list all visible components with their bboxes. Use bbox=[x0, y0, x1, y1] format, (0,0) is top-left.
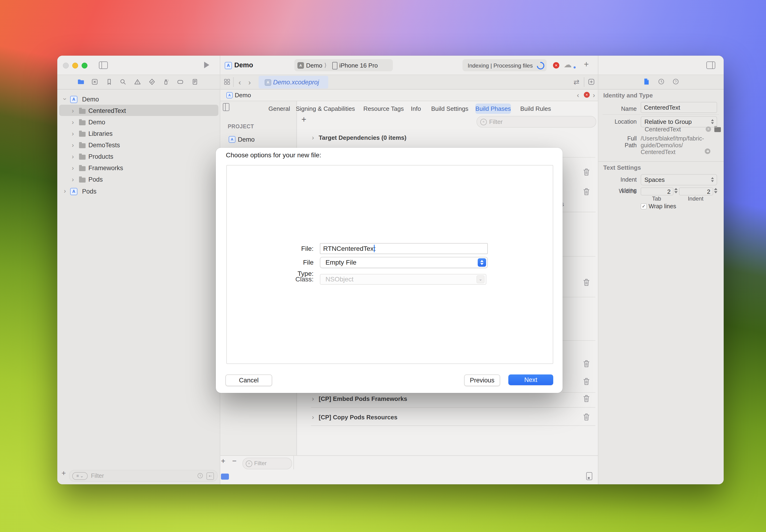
breadcrumb-back-icon[interactable]: ‹ bbox=[577, 91, 579, 99]
tab-general[interactable]: General bbox=[268, 104, 290, 113]
previous-button[interactable]: Previous bbox=[464, 374, 500, 386]
add-file-button[interactable]: + bbox=[61, 469, 66, 478]
popup-stepper-icon bbox=[711, 177, 714, 182]
add-toolbar-icon[interactable]: + bbox=[584, 59, 589, 69]
activity-status[interactable]: Indexing | Processing files bbox=[463, 59, 547, 71]
scheme-selector[interactable]: A Demo ⟩ iPhone 16 Pro bbox=[294, 59, 393, 71]
chevron-right-icon[interactable]: › bbox=[64, 187, 66, 195]
navigator-toggle-icon[interactable] bbox=[99, 61, 108, 69]
breadcrumb[interactable]: Demo bbox=[235, 92, 251, 99]
search-navigator-icon[interactable] bbox=[119, 78, 126, 85]
trash-icon[interactable] bbox=[583, 278, 590, 286]
chevron-right-icon[interactable]: › bbox=[312, 414, 314, 421]
tab-build-rules[interactable]: Build Rules bbox=[520, 104, 551, 113]
debug-navigator-icon[interactable] bbox=[162, 78, 169, 85]
back-nav-icon[interactable]: ‹ bbox=[238, 78, 241, 87]
group-value: CenteredText bbox=[645, 126, 681, 133]
report-navigator-icon[interactable] bbox=[191, 78, 198, 85]
tab-width-field[interactable]: 2 bbox=[641, 187, 673, 195]
chevron-right-icon[interactable]: › bbox=[72, 165, 74, 172]
bottom-filter-field[interactable]: ≡ Filter bbox=[242, 458, 292, 469]
split-view-icon[interactable] bbox=[223, 103, 229, 111]
chevron-right-icon[interactable]: › bbox=[72, 176, 74, 183]
close-button[interactable] bbox=[63, 63, 69, 68]
issue-navigator-icon[interactable] bbox=[134, 78, 141, 85]
add-item-button[interactable]: + bbox=[221, 457, 225, 465]
indent-width-field[interactable]: 2 bbox=[679, 187, 713, 195]
editor-grid-icon[interactable] bbox=[224, 79, 230, 85]
remove-item-button[interactable]: − bbox=[232, 457, 237, 465]
tab-info[interactable]: Info bbox=[411, 104, 421, 113]
file-type-popup[interactable]: Empty File bbox=[320, 257, 488, 268]
trash-icon[interactable] bbox=[583, 188, 590, 196]
tab-signing[interactable]: Signing & Capabilities bbox=[296, 104, 355, 113]
project-navigator-icon[interactable] bbox=[77, 78, 84, 85]
file-name-input[interactable]: RTNCenteredText bbox=[320, 243, 488, 254]
strip2-bg bbox=[57, 75, 724, 89]
chevron-right-icon[interactable]: › bbox=[72, 119, 74, 126]
breakpoint-navigator-icon[interactable] bbox=[177, 78, 184, 85]
project-icon: A bbox=[70, 96, 77, 103]
filter-flag-icon[interactable] bbox=[221, 474, 229, 480]
source-control-navigator-icon[interactable] bbox=[91, 78, 98, 85]
error-badge[interactable]: ✕ bbox=[553, 62, 559, 68]
tab-build-settings[interactable]: Build Settings bbox=[431, 104, 468, 113]
clear-icon[interactable]: ✕ bbox=[706, 126, 711, 132]
breadcrumb-error-badge[interactable]: ✕ bbox=[584, 92, 590, 98]
inspector-panel: Identity and Type Name CenteredText Loca… bbox=[598, 89, 724, 484]
chevron-right-icon[interactable]: › bbox=[72, 142, 74, 149]
tab-resource-tags[interactable]: Resource Tags bbox=[363, 104, 404, 113]
device-bezel-icon[interactable] bbox=[586, 472, 592, 480]
zoom-button[interactable] bbox=[82, 63, 87, 68]
scm-status-filter-icon[interactable]: +- bbox=[206, 472, 214, 480]
chevron-down-icon[interactable]: › bbox=[61, 98, 68, 100]
tab-width-stepper[interactable] bbox=[674, 188, 678, 193]
open-arrow-icon[interactable] bbox=[704, 148, 711, 155]
class-combo[interactable]: NSObject ⌄ bbox=[320, 274, 486, 285]
history-inspector-icon[interactable] bbox=[658, 78, 665, 85]
filter-options-icon[interactable]: ≡ ⌄ bbox=[72, 472, 88, 480]
tab-build-phases[interactable]: Build Phases bbox=[475, 104, 511, 114]
popup-stepper-button[interactable] bbox=[478, 258, 486, 267]
forward-nav-icon[interactable]: › bbox=[248, 78, 251, 87]
cloud-icon[interactable]: ☁ bbox=[564, 60, 572, 69]
choose-folder-icon[interactable] bbox=[714, 127, 721, 132]
test-navigator-icon[interactable] bbox=[148, 78, 155, 85]
build-phases-filter-field[interactable]: ≡ Filter bbox=[477, 116, 596, 128]
trash-icon[interactable] bbox=[583, 168, 590, 176]
scheme-app-icon: A bbox=[297, 62, 304, 69]
cancel-button[interactable]: Cancel bbox=[225, 374, 272, 386]
wrap-lines-checkbox[interactable]: ✓ bbox=[641, 203, 647, 209]
breadcrumb-forward-icon[interactable]: › bbox=[593, 91, 595, 99]
recent-files-icon[interactable] bbox=[197, 473, 203, 479]
run-button[interactable] bbox=[204, 62, 209, 68]
trash-icon[interactable] bbox=[583, 360, 590, 368]
next-button[interactable]: Next bbox=[508, 374, 553, 385]
add-build-phase-button[interactable]: + bbox=[301, 115, 306, 124]
chevron-right-icon[interactable]: › bbox=[72, 153, 74, 160]
project-section-header: PROJECT bbox=[228, 123, 254, 130]
trash-icon[interactable] bbox=[583, 395, 590, 403]
project-icon: A bbox=[229, 136, 235, 143]
bookmark-navigator-icon[interactable] bbox=[106, 78, 113, 85]
new-file-options-dialog: Choose options for your new file: File: … bbox=[216, 148, 563, 393]
trash-icon[interactable] bbox=[583, 413, 590, 421]
file-type-value: Empty File bbox=[325, 259, 356, 266]
minimize-button[interactable] bbox=[72, 63, 78, 68]
editor-tab[interactable]: A Demo.xcodeproj bbox=[258, 76, 328, 89]
add-editor-icon[interactable] bbox=[588, 78, 595, 86]
swap-editor-icon[interactable]: ⇄ bbox=[574, 78, 579, 86]
chevron-right-icon[interactable]: › bbox=[72, 107, 74, 115]
trash-icon[interactable] bbox=[583, 377, 590, 385]
chevron-right-icon[interactable]: › bbox=[312, 134, 314, 141]
help-inspector-icon[interactable]: ? bbox=[672, 78, 679, 85]
inspector-toggle-icon[interactable] bbox=[706, 61, 715, 69]
indent-width-stepper[interactable] bbox=[714, 188, 717, 193]
chevron-right-icon[interactable]: › bbox=[72, 130, 74, 137]
indent-using-popup[interactable]: Spaces bbox=[641, 174, 717, 185]
chevron-right-icon[interactable]: › bbox=[312, 395, 314, 403]
file-inspector-icon[interactable] bbox=[643, 78, 650, 85]
navigator-filter-field[interactable]: ≡ ⌄ Filter +- bbox=[69, 470, 218, 482]
tree-label: Libraries bbox=[88, 130, 113, 137]
name-field[interactable]: CenteredText bbox=[641, 102, 717, 113]
